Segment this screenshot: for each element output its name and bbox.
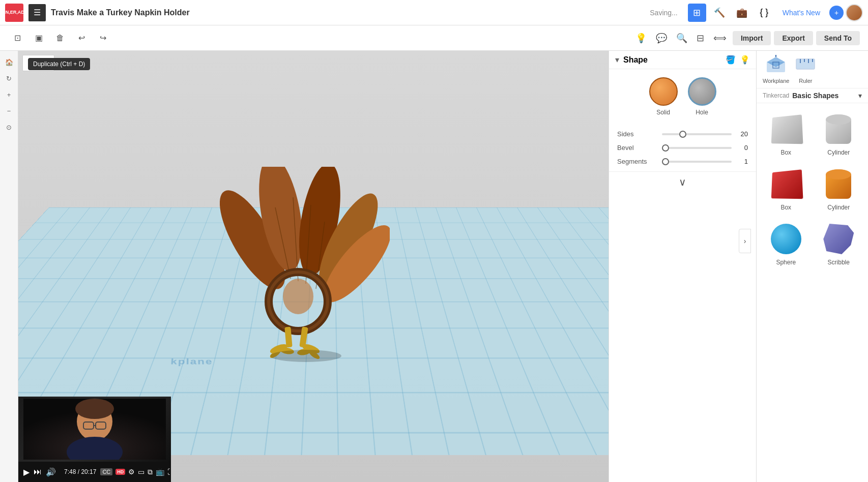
shapes-category-value: Basic Shapes bbox=[792, 92, 855, 100]
toolbar: ⊡ ▣ 🗑 ↩ ↪ Duplicate (Ctrl + D) 💡 💬 🔍 ⊟ ⟺… bbox=[0, 25, 868, 51]
box-red-shape bbox=[771, 169, 803, 199]
sides-row: Sides 20 bbox=[617, 130, 748, 138]
segments-slider[interactable] bbox=[662, 161, 732, 163]
shape-item-sphere[interactable]: Sphere bbox=[761, 217, 812, 270]
segments-row: Segments 1 bbox=[617, 158, 748, 165]
box-red-label: Box bbox=[780, 204, 791, 211]
sendto-button[interactable]: Send To bbox=[816, 31, 860, 45]
add-user-button[interactable]: + bbox=[829, 6, 844, 20]
left-sidebar: 🏠 ↻ + − ⊙ bbox=[0, 51, 18, 482]
whats-new-button[interactable]: What's New bbox=[778, 7, 824, 19]
zoom-out-button[interactable]: − bbox=[2, 104, 16, 118]
cast-button[interactable]: 📺 bbox=[156, 468, 164, 476]
briefcase-button[interactable]: 💼 bbox=[733, 4, 751, 22]
group-button[interactable]: ▣ bbox=[30, 29, 48, 47]
right-panel-tools: Workplane Ruler bbox=[757, 51, 868, 88]
sides-slider[interactable] bbox=[662, 133, 732, 135]
export-button[interactable]: Export bbox=[774, 31, 813, 45]
fullscreen-button[interactable]: ⛶ bbox=[167, 468, 171, 476]
scribble-label: Scribble bbox=[828, 259, 850, 266]
code-brackets-button[interactable]: { } bbox=[755, 4, 773, 22]
cylinder-orange-shape bbox=[826, 169, 851, 199]
box-gray-label: Box bbox=[780, 149, 791, 156]
svg-point-28 bbox=[75, 399, 114, 419]
sphere-blue-shape bbox=[771, 224, 801, 254]
hammer-tool-button[interactable]: 🔨 bbox=[710, 4, 729, 22]
zoom-in-button[interactable]: + bbox=[2, 87, 16, 102]
segments-label: Segments bbox=[617, 158, 658, 165]
mirror-icon[interactable]: ⟺ bbox=[710, 31, 730, 46]
expand-right-button[interactable]: › bbox=[739, 229, 751, 253]
shape-item-cylinder-gray[interactable]: Cylinder bbox=[814, 107, 864, 160]
toolbar-right-actions: 💡 💬 🔍 ⊟ ⟺ Import Export Send To bbox=[632, 31, 860, 46]
grid-view-button[interactable]: ⊞ bbox=[688, 4, 706, 22]
hd-badge: HD bbox=[115, 469, 125, 475]
viewport[interactable]: FRONT kplane bbox=[18, 51, 609, 482]
box-gray-thumb bbox=[768, 111, 804, 147]
canvas-area[interactable]: FRONT kplane bbox=[18, 51, 609, 482]
pip-button[interactable]: ⧉ bbox=[148, 468, 153, 476]
bevel-slider[interactable] bbox=[662, 147, 732, 149]
light-icon[interactable]: 💡 bbox=[632, 31, 650, 46]
play-button[interactable]: ▶ bbox=[23, 467, 30, 477]
shape-selector: Tinkercad Basic Shapes ▾ bbox=[757, 88, 868, 103]
bevel-row: Bevel 0 bbox=[617, 144, 748, 152]
workplane-tool[interactable]: Workplane bbox=[763, 55, 789, 84]
ruler-label: Ruler bbox=[799, 78, 812, 84]
svg-point-20 bbox=[270, 350, 341, 362]
topbar: IN,ER,AD ☰ Travis Make a Turkey Napkin H… bbox=[0, 0, 868, 25]
undo-button[interactable]: ↩ bbox=[72, 29, 91, 47]
box-red-thumb bbox=[768, 166, 804, 202]
sphere-thumb bbox=[768, 221, 804, 257]
shape-paint-button[interactable]: 🪣 bbox=[726, 55, 736, 65]
shape-item-box-gray[interactable]: Box bbox=[761, 107, 812, 160]
comment-icon[interactable]: 💬 bbox=[653, 31, 670, 46]
select-all-button[interactable]: ⊡ bbox=[8, 29, 26, 47]
bevel-value: 0 bbox=[736, 144, 748, 152]
shapes-dropdown-arrow[interactable]: ▾ bbox=[858, 92, 862, 100]
shape-panel-collapse[interactable]: ▾ bbox=[615, 55, 619, 65]
fit-button[interactable]: ⊙ bbox=[2, 120, 16, 134]
rotate-button[interactable]: ↻ bbox=[2, 71, 16, 85]
tinkercad-label: Tinkercad bbox=[763, 92, 789, 99]
theater-button[interactable]: ▭ bbox=[138, 468, 144, 476]
app-title: Travis Make a Turkey Napkin Holder bbox=[51, 8, 645, 17]
scribble-shape bbox=[823, 224, 854, 254]
shape-item-cylinder-orange[interactable]: Cylinder bbox=[814, 162, 864, 215]
shape-panel-icons: 🪣 💡 bbox=[726, 55, 750, 65]
settings-button[interactable]: ⚙ bbox=[128, 468, 135, 476]
shape-types: Solid Hole bbox=[609, 69, 756, 124]
workplane-label: Workplane bbox=[763, 78, 789, 84]
shape-item-box-red[interactable]: Box bbox=[761, 162, 812, 215]
hole-type[interactable]: Hole bbox=[688, 77, 716, 116]
align-icon[interactable]: ⊟ bbox=[693, 31, 707, 46]
shape-panel-header: ▾ Shape 🪣 💡 bbox=[609, 51, 756, 69]
sides-value: 20 bbox=[736, 130, 748, 138]
solid-type[interactable]: Solid bbox=[649, 77, 678, 116]
search-icon[interactable]: 🔍 bbox=[673, 31, 690, 46]
volume-button[interactable]: 🔊 bbox=[46, 467, 56, 477]
shape-light-button[interactable]: 💡 bbox=[740, 55, 750, 65]
expand-down-icon: ∨ bbox=[679, 176, 686, 188]
import-button[interactable]: Import bbox=[733, 31, 771, 45]
cylinder-gray-thumb bbox=[821, 111, 856, 147]
delete-button[interactable]: 🗑 bbox=[51, 29, 69, 47]
workplane-icon bbox=[766, 55, 786, 77]
duplicate-tooltip: Duplicate (Ctrl + D) bbox=[28, 58, 90, 70]
home-button[interactable]: 🏠 bbox=[2, 55, 16, 69]
skip-button[interactable]: ⏭ bbox=[34, 467, 42, 476]
cc-button[interactable]: CC bbox=[100, 468, 112, 475]
ruler-tool[interactable]: Ruler bbox=[795, 55, 816, 84]
turkey-model[interactable] bbox=[196, 167, 390, 370]
shape-expand[interactable]: ∨ bbox=[609, 172, 756, 192]
shape-properties: Sides 20 Bevel 0 Segments 1 bbox=[609, 124, 756, 172]
scribble-thumb bbox=[821, 221, 856, 257]
video-overlay: ▶ ⏭ 🔊 7:48 / 20:17 CC HD ⚙ ▭ ⧉ bbox=[18, 397, 171, 482]
redo-button[interactable]: ↪ bbox=[94, 29, 112, 47]
avatar[interactable] bbox=[846, 4, 863, 21]
video-right-controls: CC HD ⚙ ▭ ⧉ 📺 ⛶ bbox=[100, 468, 171, 476]
topbar-view-icons: ⊞ 🔨 💼 { } bbox=[688, 4, 773, 22]
menu-icon[interactable]: ☰ bbox=[28, 4, 46, 21]
shape-item-scribble[interactable]: Scribble bbox=[814, 217, 864, 270]
solid-label: Solid bbox=[656, 109, 670, 116]
